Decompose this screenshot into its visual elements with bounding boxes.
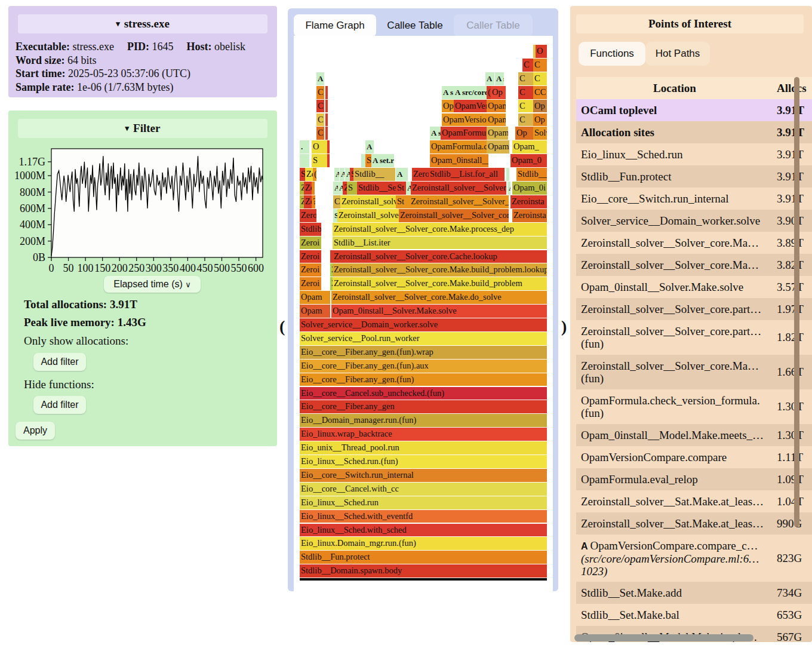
flame-frame[interactable]: Stdlib__Se <box>357 182 396 195</box>
flame-frame[interactable]: Stdlib__List.for_all <box>429 168 505 181</box>
flame-frame[interactable]: C <box>533 59 547 72</box>
poi-row[interactable]: Eio__core__Switch.run_internal3.91T <box>576 188 812 210</box>
flame-frame[interactable] <box>361 154 365 167</box>
flame-frame[interactable]: Zeroinsta <box>512 209 547 222</box>
flame-frame[interactable]: Solv <box>533 127 547 140</box>
flame-frame[interactable]: Stdlib <box>300 223 321 236</box>
flame-frame[interactable]: A <box>396 168 408 181</box>
flame-frame[interactable]: Zeroi <box>300 237 321 250</box>
flame-frame[interactable]: Eio_linux__Sched.with_eventfd <box>300 510 547 523</box>
flame-frame[interactable]: OpamFormula.cl <box>430 140 487 153</box>
flame-frame[interactable]: A set.r <box>371 154 394 167</box>
flame-frame[interactable]: A s <box>495 72 504 85</box>
flame-frame[interactable]: Zero <box>412 168 429 181</box>
flame-frame[interactable]: Zc <box>305 168 313 181</box>
flame-frame[interactable]: Z <box>343 182 347 195</box>
flame-frame[interactable]: Zeroinsta <box>510 195 547 208</box>
flame-graph-canvas[interactable]: OCCAAA sCCCA sA src/core(OpCCCCOp:OpamVe… <box>294 36 553 592</box>
flame-frame[interactable]: Zeroinstall_solver__Solver_core.Make.bui… <box>333 277 547 290</box>
x-axis-dropdown[interactable]: Elapsed time (s) ∨ <box>104 276 201 293</box>
flame-frame[interactable]: A <box>365 140 374 153</box>
poi-row[interactable]: Opam_0install__Model.Make.meets_…1.30T <box>576 424 812 446</box>
add-hide-function-filter-button[interactable]: Add filter <box>33 396 86 414</box>
flame-frame[interactable]: Op: <box>442 100 454 113</box>
flame-frame[interactable]: ( <box>313 168 316 181</box>
flame-frame[interactable]: A <box>338 182 343 195</box>
apply-button[interactable]: Apply <box>16 422 55 440</box>
flame-frame[interactable]: C <box>518 100 533 113</box>
flame-frame[interactable]: Zeroinstall_solver__Solver_ <box>411 182 506 195</box>
flame-frame[interactable]: O <box>536 45 547 58</box>
flame-frame[interactable]: A <box>334 168 339 181</box>
flame-frame[interactable]: Op <box>533 113 547 127</box>
flame-frame[interactable]: A <box>485 72 494 85</box>
flame-frame[interactable]: A <box>508 182 510 195</box>
flame-frame[interactable]: Solver_service__Pool.run_worker <box>300 332 547 345</box>
flame-frame[interactable]: Eio__core__Switch.run_internal <box>300 469 547 482</box>
memory-timeline-chart[interactable]: 0B200M400M600M800M1000M1.17G050100150200… <box>14 145 275 275</box>
flame-frame[interactable]: Eio__core__Fiber.any_gen.(fun).aux <box>300 360 547 373</box>
poi-row[interactable]: Zeroinstall_solver__Solver_core.part…(fu… <box>576 320 812 355</box>
flame-frame[interactable]: Z <box>300 195 304 208</box>
flame-frame[interactable]: C <box>522 59 533 72</box>
poi-row[interactable]: Stdlib__Fun.protect3.91T <box>576 165 812 188</box>
poi-horizontal-scrollbar[interactable] <box>574 634 753 641</box>
flame-frame[interactable]: Solver_service__Domain_worker.solve <box>300 318 547 331</box>
flame-frame[interactable]: . <box>300 140 309 153</box>
poi-vertical-scrollbar[interactable] <box>794 77 799 527</box>
left-pane-collapse-handle[interactable]: ( <box>279 318 285 335</box>
flame-frame[interactable]: C <box>518 72 533 85</box>
executable-panel-header[interactable]: ▾ stress.exe <box>18 14 267 33</box>
flame-frame[interactable] <box>325 100 328 113</box>
filter-panel-header[interactable]: ▾ Filter <box>18 119 267 138</box>
flame-frame[interactable]: Zeroinstall_solv <box>340 195 396 208</box>
flame-frame[interactable] <box>325 86 328 99</box>
poi-row[interactable]: OCaml toplevel3.91T <box>576 99 812 121</box>
flame-frame[interactable]: OpamVer <box>454 100 487 113</box>
flame-frame[interactable]: Opam_0i <box>512 182 547 195</box>
flame-frame[interactable]: A <box>406 182 411 195</box>
flame-frame[interactable]: Eio_linux.Domain_mgr.run.(fun) <box>300 537 547 550</box>
flame-frame[interactable]: Ze <box>304 182 312 195</box>
flame-frame[interactable]: Eio__core__Fiber.any_gen <box>300 400 547 413</box>
flame-frame[interactable]: Zeroinstall_solve <box>337 209 399 222</box>
flame-frame[interactable]: OpamVersion <box>442 113 487 127</box>
flame-frame[interactable]: Stdlib__ <box>353 168 395 181</box>
flame-frame[interactable]: Stdlib__List.iter <box>333 237 547 250</box>
flame-frame[interactable]: Eio__core__Cancel.sub_unchecked.(fun) <box>300 387 547 400</box>
flame-frame[interactable]: Zeroinstall_solver__Solver_core.Cache.lo… <box>333 250 547 263</box>
poi-row[interactable]: Zeroinstall_solver__Solver_core.Ma…(fun)… <box>576 355 812 389</box>
flame-frame[interactable]: Ze <box>304 195 312 208</box>
add-allocation-filter-button[interactable]: Add filter <box>33 353 86 371</box>
flame-frame[interactable]: A <box>333 182 338 195</box>
flame-frame[interactable]: St <box>396 195 410 208</box>
flame-frame[interactable]: C <box>316 113 324 127</box>
poi-row[interactable]: Solver_service__Domain_worker.solve3.90T <box>576 210 812 232</box>
poi-row[interactable]: A OpamVersionCompare.compare_c…(src/core… <box>576 535 812 582</box>
flame-frame[interactable]: Eio_linux__Sched.with_sched <box>300 524 547 537</box>
flame-frame[interactable]: Op <box>515 127 533 140</box>
flame-frame[interactable]: Zeroi <box>300 209 316 222</box>
poi-row[interactable]: Zeroinstall_solver__Solver_core.part…1.9… <box>576 298 812 320</box>
flame-frame[interactable]: Zeroinstall_solver__Solver_co <box>410 195 509 208</box>
flame-frame[interactable]: Opam <box>300 305 330 318</box>
tab-flame-graph[interactable]: Flame Graph <box>294 14 376 37</box>
flame-frame[interactable]: Opam <box>487 140 509 153</box>
flame-frame[interactable] <box>327 154 330 167</box>
flame-frame[interactable]: Opam_0install__Mod <box>430 154 488 167</box>
flame-frame[interactable]: Opam <box>487 113 506 127</box>
flame-frame[interactable]: A s <box>442 86 454 99</box>
flame-frame[interactable]: Zeroi <box>300 263 321 277</box>
flame-frame[interactable]: Eio__Domain_manager.run.(fun) <box>300 414 547 427</box>
flame-frame[interactable]: Eio_linux.wrap_backtrace <box>300 428 547 441</box>
flame-frame[interactable]: Eio_linux__Sched.run <box>300 496 547 509</box>
poi-row[interactable]: Allocation sites3.91T <box>576 121 812 143</box>
flame-frame[interactable]: C <box>316 127 324 140</box>
tab-hot-paths[interactable]: Hot Paths <box>645 42 710 66</box>
flame-frame[interactable] <box>325 127 328 140</box>
poi-row[interactable]: Zeroinstall_solver__Sat.Make.at_leas…1.0… <box>576 490 812 512</box>
flame-frame[interactable]: OpamFormul <box>441 127 487 140</box>
flame-frame[interactable]: Zeroi <box>300 277 321 290</box>
flame-frame[interactable]: Stdlib__Domain.spawn.body <box>300 564 547 578</box>
flame-frame[interactable] <box>325 113 328 127</box>
